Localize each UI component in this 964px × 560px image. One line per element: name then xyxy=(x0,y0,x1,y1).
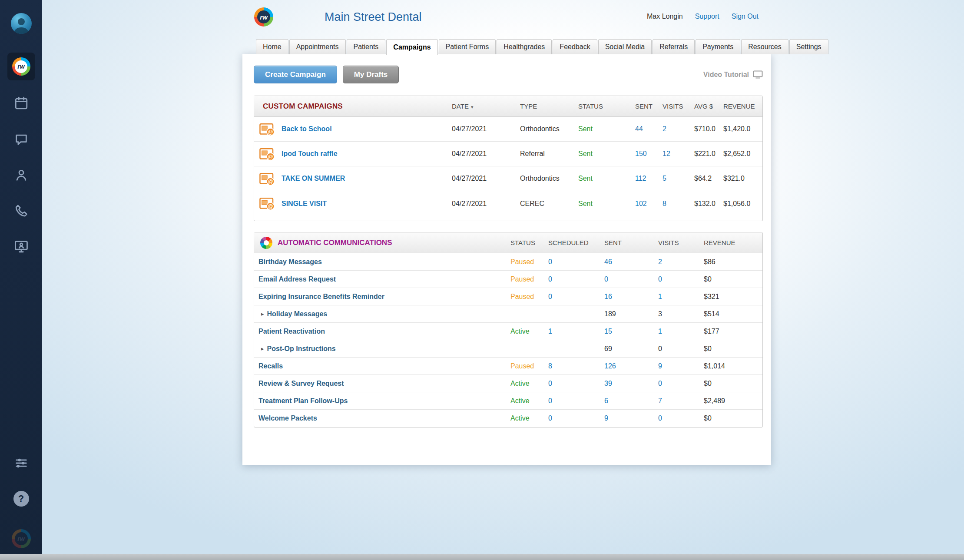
visits-count-link[interactable]: 9 xyxy=(658,362,662,370)
my-drafts-button[interactable]: My Drafts xyxy=(343,66,399,83)
column-header-revenue[interactable]: REVENUE xyxy=(704,239,762,246)
sent-count-link[interactable]: 0 xyxy=(604,275,608,283)
scheduled-count-link[interactable]: 0 xyxy=(548,397,552,404)
sent-count-link[interactable]: 15 xyxy=(604,328,612,335)
campaign-name-link[interactable]: SINGLE VISIT xyxy=(282,200,327,208)
custom-campaigns-title: CUSTOM CAMPAIGNS xyxy=(254,102,452,111)
tab-feedback[interactable]: Feedback xyxy=(553,39,597,54)
visits-count-link[interactable]: 0 xyxy=(658,275,662,283)
visits-count-link[interactable]: 0 xyxy=(658,414,662,422)
scheduled-count-link[interactable]: 1 xyxy=(548,328,552,335)
column-header-date[interactable]: DATE▾ xyxy=(452,103,520,110)
sidebar-item-phone[interactable] xyxy=(14,203,29,218)
tab-payments[interactable]: Payments xyxy=(696,39,740,54)
column-header-visits[interactable]: VISITS xyxy=(658,239,704,246)
sidebar-item-virtual-visit[interactable] xyxy=(14,239,29,254)
sort-desc-icon: ▾ xyxy=(471,104,474,109)
campaign-name-link[interactable]: Ipod Touch raffle xyxy=(282,150,338,158)
sent-count-link[interactable]: 44 xyxy=(635,125,643,133)
auto-comm-name-link[interactable]: Post-Op Instructions xyxy=(267,345,336,353)
column-header-scheduled[interactable]: SCHEDULED xyxy=(548,239,604,246)
tab-settings[interactable]: Settings xyxy=(789,39,828,54)
auto-comm-name-link[interactable]: Welcome Packets xyxy=(258,414,317,422)
svg-text:@: @ xyxy=(268,153,273,159)
auto-comm-name-link[interactable]: Treatment Plan Follow-Ups xyxy=(258,397,348,405)
sent-count: 69 xyxy=(604,345,612,352)
scheduled-count-link[interactable]: 0 xyxy=(548,275,552,283)
scheduled-count-link[interactable]: 0 xyxy=(548,258,552,265)
sidebar-item-contacts[interactable] xyxy=(14,168,29,182)
sidebar-item-appointments[interactable] xyxy=(14,96,29,110)
sent-count-link[interactable]: 112 xyxy=(635,175,646,182)
visits-count-link[interactable]: 0 xyxy=(658,380,662,387)
sent-count-link[interactable]: 16 xyxy=(604,293,612,300)
revenuewell-logo-icon: rw xyxy=(254,7,273,27)
tab-campaigns[interactable]: Campaigns xyxy=(386,39,437,55)
campaign-type: Orthodontics xyxy=(520,125,578,133)
column-header-status[interactable]: STATUS xyxy=(578,103,635,110)
scheduled-count-link[interactable]: 0 xyxy=(548,293,552,300)
visits-count-link[interactable]: 5 xyxy=(663,175,666,182)
tab-appointments[interactable]: Appointments xyxy=(289,39,346,54)
visits-count-link[interactable]: 1 xyxy=(658,328,662,335)
auto-comm-name-link[interactable]: Patient Reactivation xyxy=(258,328,325,335)
auto-comm-name-link[interactable]: Expiring Insurance Benefits Reminder xyxy=(258,293,384,301)
auto-comm-name-link[interactable]: Birthday Messages xyxy=(258,258,322,266)
column-header-revenue[interactable]: REVENUE xyxy=(723,103,762,110)
tab-healthgrades[interactable]: Healthgrades xyxy=(497,39,552,54)
table-row: Review & Survey Request Active 0 39 0 $0 xyxy=(254,375,762,392)
tab-patients[interactable]: Patients xyxy=(347,39,386,54)
auto-comm-name-link[interactable]: Holiday Messages xyxy=(267,310,328,318)
sent-count-link[interactable]: 39 xyxy=(604,380,612,387)
automatic-communications-title-cell: AUTOMATIC COMMUNICATIONS xyxy=(254,237,510,249)
visits-count-link[interactable]: 2 xyxy=(663,125,666,133)
sidebar-item-settings[interactable] xyxy=(14,456,29,471)
tab-social-media[interactable]: Social Media xyxy=(598,39,652,54)
auto-comm-name-link[interactable]: Review & Survey Request xyxy=(258,380,344,388)
campaign-date: 04/27/2021 xyxy=(452,150,520,158)
sent-count-link[interactable]: 6 xyxy=(604,397,608,404)
column-header-sent[interactable]: SENT xyxy=(604,239,658,246)
tab-patient-forms[interactable]: Patient Forms xyxy=(439,39,496,54)
sent-count-link[interactable]: 9 xyxy=(604,414,608,422)
column-header-status[interactable]: STATUS xyxy=(510,239,548,246)
scheduled-count-link[interactable]: 8 xyxy=(548,362,552,370)
visits-count-link[interactable]: 2 xyxy=(658,258,662,265)
column-header-sent[interactable]: SENT xyxy=(635,103,663,110)
video-tutorial-link[interactable]: Video Tutorial xyxy=(703,66,763,83)
sidebar-item-help[interactable]: ? xyxy=(13,491,29,507)
support-link[interactable]: Support xyxy=(695,13,719,20)
tab-referrals[interactable]: Referrals xyxy=(653,39,695,54)
scheduled-count-link[interactable]: 0 xyxy=(548,380,552,387)
user-avatar-button[interactable] xyxy=(11,13,32,34)
main-area: rw Main Street Dental Max Longin Support… xyxy=(42,0,964,560)
avg-value: $64.2 xyxy=(694,175,723,182)
sent-count-link[interactable]: 150 xyxy=(635,150,647,157)
sent-count-link[interactable]: 46 xyxy=(604,258,612,265)
expand-arrow-icon[interactable]: ▸ xyxy=(261,311,264,317)
revenue-value: $0 xyxy=(704,275,712,283)
sent-count-link[interactable]: 126 xyxy=(604,362,616,370)
sign-out-link[interactable]: Sign Out xyxy=(732,13,759,20)
visits-count-link[interactable]: 7 xyxy=(658,397,662,404)
expand-arrow-icon[interactable]: ▸ xyxy=(261,345,264,352)
tab-home[interactable]: Home xyxy=(256,39,288,54)
sent-count-link[interactable]: 102 xyxy=(635,200,647,207)
auto-comm-name-link[interactable]: Recalls xyxy=(258,362,283,370)
tab-resources[interactable]: Resources xyxy=(741,39,788,54)
visits-count-link[interactable]: 1 xyxy=(658,293,662,300)
campaign-name-link[interactable]: TAKE ON SUMMER xyxy=(282,175,345,182)
column-header-type[interactable]: TYPE xyxy=(520,103,578,110)
visits-count-link[interactable]: 8 xyxy=(663,200,666,207)
sidebar-item-messages[interactable] xyxy=(14,132,29,147)
column-header-avg[interactable]: AVG $ xyxy=(694,103,723,110)
create-campaign-button[interactable]: Create Campaign xyxy=(254,66,337,83)
sidebar-item-revenuewell[interactable]: rw xyxy=(7,53,35,80)
revenue-value: $1,420.0 xyxy=(723,125,762,133)
auto-comm-name-link[interactable]: Email Address Request xyxy=(258,275,336,283)
campaign-name-link[interactable]: Back to School xyxy=(282,125,332,133)
visits-count-link[interactable]: 12 xyxy=(663,150,670,157)
table-row: @ TAKE ON SUMMER 04/27/2021 Orthodontics… xyxy=(254,166,762,191)
column-header-visits[interactable]: VISITS xyxy=(663,103,694,110)
scheduled-count-link[interactable]: 0 xyxy=(548,414,552,422)
